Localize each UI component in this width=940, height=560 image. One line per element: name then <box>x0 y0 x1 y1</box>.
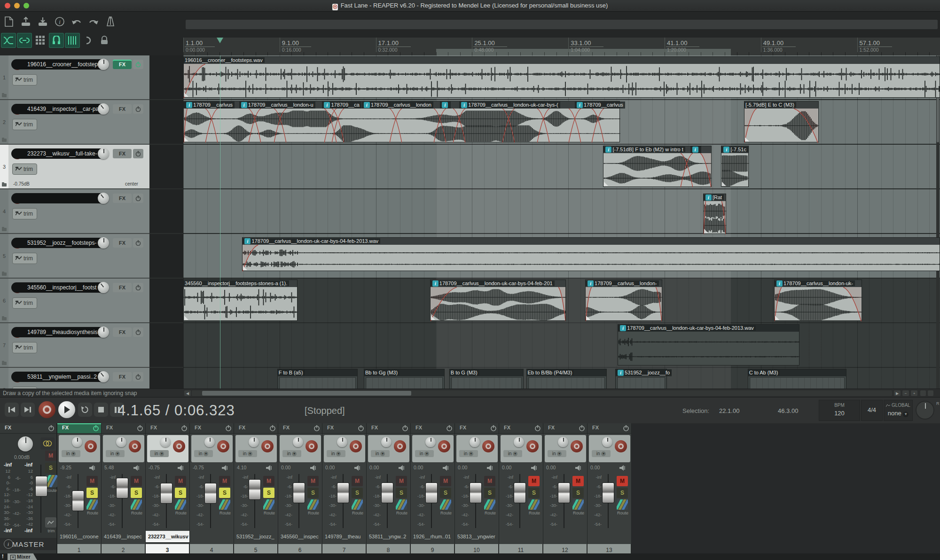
item-stretch-handle[interactable] <box>431 316 435 320</box>
open-project-button[interactable] <box>19 15 33 28</box>
channel-route-button[interactable] <box>440 499 451 510</box>
media-item[interactable]: F to B (a5) <box>277 369 358 389</box>
media-item[interactable]: i178709__carlvus__london-uk-car-bys-04-f… <box>430 280 566 321</box>
track-fx-bypass-button[interactable] <box>133 327 143 337</box>
channel-record-arm-button[interactable] <box>526 440 539 452</box>
channel-fader[interactable] <box>293 482 305 503</box>
item-stretch-handle[interactable] <box>184 316 188 320</box>
horizontal-scrollbar-thumb[interactable] <box>202 391 411 396</box>
channel-record-arm-button[interactable] <box>306 440 318 452</box>
scroll-right-button[interactable]: ▶ <box>894 390 901 396</box>
channel-input-selector[interactable]: in ▼ <box>503 450 522 457</box>
channel-fader[interactable] <box>514 482 526 503</box>
channel-input-selector[interactable]: in ▼ <box>106 450 125 457</box>
mixer-channel-8[interactable]: FXin ▼0.00-inf-6--18--30--42--54-MSRoute… <box>367 423 411 556</box>
channel-record-arm-button[interactable] <box>85 440 97 452</box>
channel-input-selector[interactable]: in ▼ <box>62 450 80 457</box>
channel-record-arm-button[interactable] <box>173 440 185 452</box>
channel-fx-row[interactable]: FX <box>234 423 278 434</box>
track-panel-6[interactable]: 6345560__inspectorj__footstFXtrim <box>0 279 149 323</box>
channel-pan-knob[interactable] <box>204 437 215 447</box>
channel-fader[interactable] <box>602 482 614 503</box>
media-item[interactable]: i178709__carlvus__london-uk- <box>774 280 862 321</box>
item-stretch-handle[interactable] <box>184 93 188 97</box>
channel-fader[interactable] <box>425 482 438 503</box>
channel-volume-readout[interactable]: 0.00 <box>281 465 290 470</box>
channel-volume-readout[interactable]: 0.00 <box>546 465 556 470</box>
media-item[interactable]: C to Ab (M3) <box>748 369 846 389</box>
channel-fx-row[interactable]: FX <box>455 423 499 434</box>
channel-volume-readout[interactable]: 0.00 <box>414 465 423 470</box>
channel-mute-button[interactable]: M <box>131 476 142 486</box>
channel-mute-button[interactable]: M <box>352 476 363 486</box>
selection-start[interactable]: 22.1.00 <box>719 407 739 414</box>
channel-pan-knob[interactable] <box>470 437 480 447</box>
media-item[interactable]: [-5.79dB] E to C (M3) <box>744 101 819 142</box>
track-pan-knob[interactable] <box>98 103 109 115</box>
channel-route-button[interactable] <box>352 499 363 510</box>
track-pan-knob[interactable] <box>98 193 109 204</box>
item-info-icon[interactable]: i <box>432 280 439 287</box>
channel-route-button[interactable] <box>484 499 495 510</box>
channel-volume-readout[interactable]: 4.10 <box>237 465 246 470</box>
project-info-button[interactable]: i <box>53 15 67 28</box>
channel-name[interactable] <box>588 531 631 542</box>
timeline-ruler[interactable]: 1.1.000:00.0009.1.000:16.00017.1.000:32.… <box>183 38 940 56</box>
channel-fader[interactable] <box>72 490 84 511</box>
channel-solo-button[interactable]: S <box>396 488 407 498</box>
media-item[interactable]: i178709__carlvusi178709__carlvus__london… <box>183 101 620 142</box>
grid-toggle-button[interactable] <box>65 33 80 48</box>
mixer-channel-3[interactable]: FXin ▼-0.75-inf-6--18--30--42--54-MSRout… <box>146 423 190 556</box>
channel-solo-button[interactable]: S <box>484 488 495 498</box>
track-fx-button[interactable]: FX <box>113 60 132 69</box>
track-pan-knob[interactable] <box>98 282 109 293</box>
scroll-misc-button-1[interactable] <box>920 390 926 396</box>
snap-toggle-button[interactable] <box>49 33 64 48</box>
track-trim-envelope-button[interactable]: trim <box>12 342 37 353</box>
mixer-channel-12[interactable]: FXin ▼0.00-inf-6--18--30--42--54-MSRoute… <box>543 423 588 556</box>
channel-volume-readout[interactable]: 5.48 <box>104 465 114 470</box>
channel-name[interactable]: 232273__wikusv <box>146 531 189 542</box>
channel-solo-button[interactable]: S <box>175 488 186 498</box>
track-name[interactable] <box>11 193 105 203</box>
channel-route-button[interactable] <box>263 499 274 510</box>
channel-mute-button[interactable]: M <box>175 476 186 486</box>
channel-record-arm-button[interactable] <box>482 440 494 452</box>
channel-fx-row[interactable]: FX <box>367 423 410 434</box>
track-panel-8[interactable]: 853811__yngwiem__passi..2FXtrim <box>0 368 149 389</box>
item-stretch-handle[interactable] <box>184 137 188 141</box>
track-name[interactable]: 416439__inspectorj__car-pa <box>11 104 105 114</box>
channel-fx-row[interactable]: FX <box>322 423 366 434</box>
media-item[interactable]: B to G (M3) <box>449 369 524 389</box>
channel-fader[interactable] <box>116 478 128 498</box>
media-item[interactable]: Bb to Gg (M3) <box>364 369 445 389</box>
channel-fx-row[interactable]: FX <box>102 423 145 434</box>
channel-fx-bypass-button[interactable] <box>402 425 408 433</box>
channel-fx-row[interactable]: FX <box>190 423 234 434</box>
channel-name[interactable]: 53811__yngw..2 <box>367 531 410 542</box>
channel-route-button[interactable] <box>86 499 98 510</box>
track-name[interactable]: 345560__inspectorj__footst <box>11 282 105 293</box>
save-project-button[interactable] <box>36 15 50 28</box>
item-info-icon[interactable]: i <box>705 194 712 201</box>
channel-solo-button[interactable]: S <box>528 488 540 498</box>
channel-solo-button[interactable]: S <box>219 488 230 498</box>
channel-name[interactable]: 149789__theau <box>322 531 366 542</box>
channel-solo-button[interactable]: S <box>440 488 451 498</box>
channel-fader[interactable] <box>249 479 261 500</box>
channel-fx-row[interactable]: FX <box>588 423 631 434</box>
tab-mixer[interactable]: ✕Mixer <box>8 553 37 560</box>
channel-route-button[interactable] <box>396 499 407 510</box>
relative-snap-button[interactable] <box>81 33 96 48</box>
channel-input-selector[interactable]: in ▼ <box>459 450 478 457</box>
media-item[interactable]: i178709__carlvus__london- <box>585 280 662 321</box>
channel-input-selector[interactable]: in ▼ <box>371 450 390 457</box>
channel-fx-bypass-button[interactable] <box>534 425 541 433</box>
track-fx-bypass-button[interactable] <box>133 104 143 114</box>
track-name[interactable]: 232273__wikusv__full-take- <box>11 148 105 159</box>
master-fx-row[interactable]: FX <box>0 423 56 434</box>
channel-fx-bypass-button[interactable] <box>269 425 276 433</box>
channel-record-arm-button[interactable] <box>394 440 406 452</box>
track-fx-bypass-button[interactable] <box>133 372 143 381</box>
track-panel-5[interactable]: 5531952__joozz__footsteps-FXtrim <box>0 234 149 279</box>
